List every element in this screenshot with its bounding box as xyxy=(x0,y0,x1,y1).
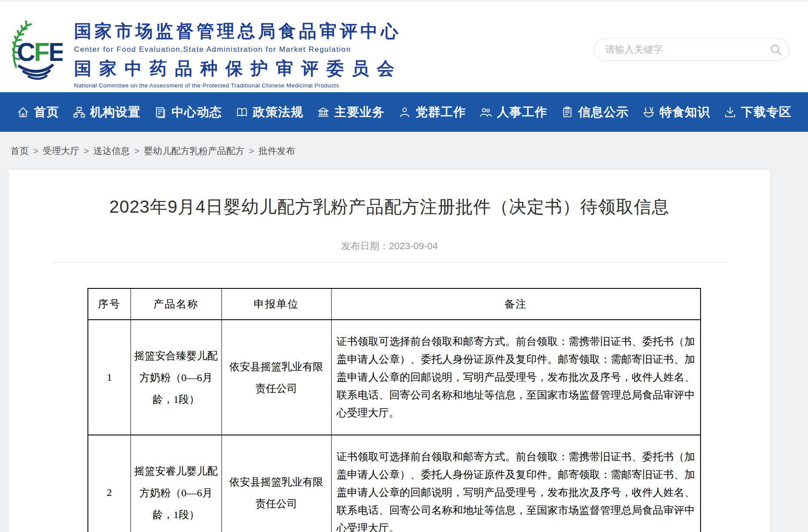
cell-no: 2 xyxy=(88,435,131,532)
bank-icon xyxy=(317,106,330,119)
cell-applicant: 依安县摇篮乳业有限责任公司 xyxy=(221,435,331,532)
breadcrumb-separator: > xyxy=(33,146,38,156)
site-subtitle-cn: 国家中药品种保护审评委员会 xyxy=(74,57,402,80)
breadcrumb-item-3[interactable]: 送达信息 xyxy=(94,145,130,157)
site-title-cn: 国家市场监督管理总局食品审评中心 xyxy=(74,19,402,43)
nav-item-机构设置[interactable]: 机构设置 xyxy=(73,104,141,120)
main-nav: 首页机构设置中心动态政策法规主要业务党群工作人事工作信息公示特食知识下载专区 xyxy=(0,92,808,132)
table-row: 2摇篮安睿儿婴儿配方奶粉（0—6月龄，1段）依安县摇篮乳业有限责任公司证书领取可… xyxy=(88,435,701,532)
pickup-info-table: 序号产品名称申报单位备注 1摇篮安合臻婴儿配方奶粉（0—6月龄，1段）依安县摇篮… xyxy=(87,288,701,532)
table-row: 1摇篮安合臻婴儿配方奶粉（0—6月龄，1段）依安县摇篮乳业有限责任公司证书领取可… xyxy=(88,320,701,435)
nav-item-label: 下载专区 xyxy=(741,104,791,120)
nav-item-信息公示[interactable]: 信息公示 xyxy=(561,104,629,120)
wheat-logo-icon: CFE xyxy=(7,13,63,84)
nav-item-label: 党群工作 xyxy=(416,104,466,120)
breadcrumb-separator: > xyxy=(134,146,140,156)
cell-remark: 证书领取可选择前台领取和邮寄方式。前台领取：需携带旧证书、委托书（加盖申请人公章… xyxy=(331,320,701,435)
page-title: 2023年9月4日婴幼儿配方乳粉产品配方注册批件（决定书）待领取信息 xyxy=(9,195,770,219)
content-panel: 2023年9月4日婴幼儿配方乳粉产品配方注册批件（决定书）待领取信息 发布日期：… xyxy=(9,170,770,532)
brand-titles: 国家市场监督管理总局食品审评中心 Center for Food Evaluat… xyxy=(74,13,402,89)
nav-item-党群工作[interactable]: 党群工作 xyxy=(398,104,466,120)
breadcrumb-item-4[interactable]: 婴幼儿配方乳粉产品配方 xyxy=(144,145,245,157)
nav-item-中心动态[interactable]: 中心动态 xyxy=(154,104,222,120)
site-header: CFE 国家市场监督管理总局食品审评中心 Center for Food Eva… xyxy=(0,0,808,92)
cell-remark: 证书领取可选择前台领取和邮寄方式。前台领取：需携带旧证书、委托书（加盖申请人公章… xyxy=(331,435,701,532)
column-header: 备注 xyxy=(331,288,701,320)
search-input[interactable] xyxy=(593,38,789,61)
nav-item-label: 特食知识 xyxy=(660,104,710,120)
nav-item-label: 信息公示 xyxy=(578,104,629,120)
svg-text:CFE: CFE xyxy=(17,38,63,66)
nav-item-label: 首页 xyxy=(34,104,59,120)
cell-applicant: 依安县摇篮乳业有限责任公司 xyxy=(221,320,331,435)
download-icon xyxy=(724,106,737,119)
food-icon xyxy=(642,106,655,119)
people-icon xyxy=(479,106,493,119)
nav-item-label: 人事工作 xyxy=(497,104,547,120)
site-title-en: Center for Food Evaluation,State Adminis… xyxy=(74,45,402,54)
breadcrumb-separator: > xyxy=(249,146,254,156)
news-icon xyxy=(154,106,167,119)
breadcrumb-item-1[interactable]: 首页 xyxy=(10,145,29,157)
nav-item-首页[interactable]: 首页 xyxy=(17,104,59,120)
org-chart-icon xyxy=(73,106,86,119)
column-header: 申报单位 xyxy=(221,288,331,320)
publish-date-label: 发布日期： xyxy=(341,241,389,251)
table-header: 序号产品名称申报单位备注 xyxy=(88,288,701,320)
nav-item-label: 主要业务 xyxy=(334,104,385,120)
nav-item-人事工作[interactable]: 人事工作 xyxy=(479,104,547,120)
breadcrumb-separator: > xyxy=(84,146,89,156)
nav-item-label: 机构设置 xyxy=(90,104,141,120)
search-box xyxy=(593,38,789,61)
breadcrumb-item-5[interactable]: 批件发布 xyxy=(258,145,295,157)
column-header: 产品名称 xyxy=(131,288,221,320)
site-subtitle-en: National Committee on the Assessment of … xyxy=(74,82,402,89)
publish-date: 发布日期：2023-09-04 xyxy=(9,240,770,253)
clipboard-icon xyxy=(561,106,574,119)
home-icon xyxy=(17,106,30,119)
cell-product: 摇篮安睿儿婴儿配方奶粉（0—6月龄，1段） xyxy=(131,435,221,532)
breadcrumb: 首页>受理大厅>送达信息>婴幼儿配方乳粉产品配方>批件发布 xyxy=(0,132,808,170)
nav-item-下载专区[interactable]: 下载专区 xyxy=(724,104,791,120)
nav-item-特食知识[interactable]: 特食知识 xyxy=(642,104,710,120)
cell-no: 1 xyxy=(88,320,131,435)
column-header: 序号 xyxy=(88,288,131,320)
publish-date-value: 2023-09-04 xyxy=(389,241,438,251)
nav-item-label: 中心动态 xyxy=(171,104,222,120)
search-icon[interactable] xyxy=(769,43,782,56)
breadcrumb-item-2[interactable]: 受理大厅 xyxy=(43,145,79,157)
nav-item-主要业务[interactable]: 主要业务 xyxy=(317,104,385,120)
nav-item-label: 政策法规 xyxy=(253,104,303,120)
divider xyxy=(52,262,727,263)
cell-product: 摇篮安合臻婴儿配方奶粉（0—6月龄，1段） xyxy=(131,320,221,435)
nav-item-政策法规[interactable]: 政策法规 xyxy=(235,104,303,120)
book-icon xyxy=(235,106,248,119)
person-icon xyxy=(398,106,411,119)
